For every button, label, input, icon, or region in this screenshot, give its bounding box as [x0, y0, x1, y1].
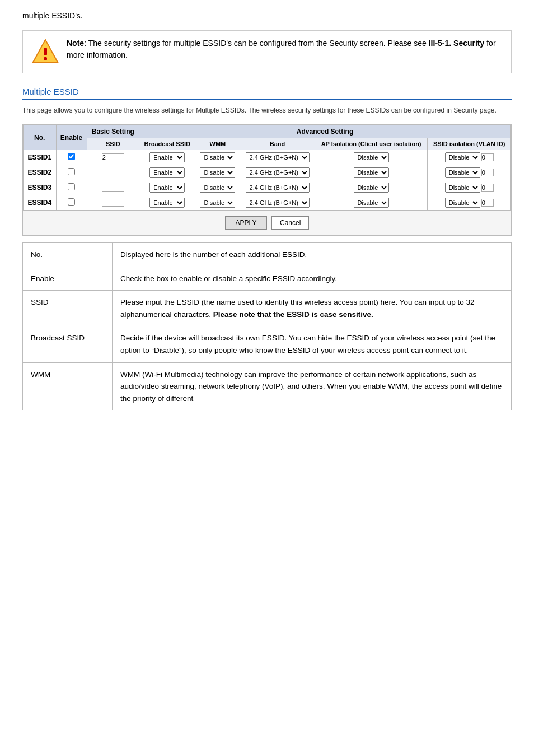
cell-enable[interactable]: [56, 195, 87, 211]
cell-ap-isolation[interactable]: EnableDisable: [315, 165, 428, 180]
ssid-isolation-select[interactable]: EnableDisable: [445, 167, 480, 178]
cell-ssid-isolation[interactable]: EnableDisable: [428, 150, 511, 165]
wmm-select[interactable]: EnableDisable: [200, 152, 235, 162]
desc-row: SSIDPlease input the ESSID (the name use…: [23, 291, 512, 326]
desc-def: Displayed here is the number of each add…: [113, 243, 512, 267]
ssid-input[interactable]: [102, 169, 124, 176]
wmm-select[interactable]: EnableDisable: [200, 167, 235, 178]
enable-checkbox[interactable]: [68, 153, 75, 160]
broadcast-select[interactable]: EnableDisable: [149, 198, 185, 208]
cell-wmm[interactable]: EnableDisable: [195, 150, 240, 165]
cell-wmm[interactable]: EnableDisable: [195, 165, 240, 180]
desc-def: Check the box to enable or disable a spe…: [113, 267, 512, 291]
cell-ssid[interactable]: [87, 180, 139, 195]
warning-icon: [32, 38, 59, 66]
cell-broadcast[interactable]: EnableDisable: [139, 195, 195, 211]
vlan-id-input[interactable]: [481, 169, 494, 176]
ap-isolation-select[interactable]: EnableDisable: [354, 167, 389, 178]
desc-row: EnableCheck the box to enable or disable…: [23, 267, 512, 291]
desc-term: Enable: [23, 267, 113, 291]
description-table: No.Displayed here is the number of each …: [22, 242, 512, 410]
col-header-no: No.: [24, 125, 57, 150]
note-label: Note: [67, 39, 84, 48]
broadcast-select[interactable]: EnableDisable: [149, 152, 185, 162]
table-row: ESSID2EnableDisableEnableDisable2.4 GHz …: [24, 165, 511, 180]
ap-isolation-select[interactable]: EnableDisable: [354, 198, 389, 208]
desc-def: WMM (Wi-Fi Multimedia) technology can im…: [113, 362, 512, 410]
cell-broadcast[interactable]: EnableDisable: [139, 150, 195, 165]
essid-table-wrapper: No. Enable Basic Setting Advanced Settin…: [22, 124, 512, 236]
cell-ssid[interactable]: [87, 150, 139, 165]
col-header-enable: Enable: [56, 125, 87, 150]
cell-ssid[interactable]: [87, 165, 139, 180]
cell-broadcast[interactable]: EnableDisable: [139, 180, 195, 195]
cell-broadcast[interactable]: EnableDisable: [139, 165, 195, 180]
note-link: III-5-1. Security: [429, 39, 485, 48]
cell-ssid[interactable]: [87, 195, 139, 211]
desc-term: SSID: [23, 291, 113, 326]
cell-ssid-isolation[interactable]: EnableDisable: [428, 195, 511, 211]
col-header-advanced: Advanced Setting: [139, 125, 511, 138]
cell-band[interactable]: 2.4 GHz (B+G+N): [240, 180, 315, 195]
band-select[interactable]: 2.4 GHz (B+G+N): [246, 152, 310, 162]
cell-wmm[interactable]: EnableDisable: [195, 195, 240, 211]
broadcast-select[interactable]: EnableDisable: [149, 167, 185, 178]
col-header-broadcast: Broadcast SSID: [139, 138, 195, 150]
desc-term: WMM: [23, 362, 113, 410]
ssid-isolation-select[interactable]: EnableDisable: [445, 198, 480, 208]
enable-checkbox[interactable]: [68, 183, 75, 190]
col-header-ssid: SSID: [87, 138, 139, 150]
cell-enable[interactable]: [56, 165, 87, 180]
apply-button[interactable]: APPLY: [225, 216, 268, 230]
cell-ap-isolation[interactable]: EnableDisable: [315, 150, 428, 165]
col-header-ssid-isolation: SSID isolation (VLAN ID): [428, 138, 511, 150]
ssid-isolation-select[interactable]: EnableDisable: [445, 183, 480, 193]
cell-no: ESSID2: [24, 165, 57, 180]
ssid-input[interactable]: [102, 184, 124, 192]
section-title-plain: Multiple: [22, 87, 54, 96]
cell-enable[interactable]: [56, 150, 87, 165]
desc-row: Broadcast SSIDDecide if the device will …: [23, 326, 512, 362]
button-row: APPLY Cancel: [23, 211, 511, 235]
col-header-ap-isolation: AP Isolation (Client user isolation): [315, 138, 428, 150]
desc-row: No.Displayed here is the number of each …: [23, 243, 512, 267]
cell-ssid-isolation[interactable]: EnableDisable: [428, 165, 511, 180]
essid-table: No. Enable Basic Setting Advanced Settin…: [23, 125, 511, 211]
wmm-select[interactable]: EnableDisable: [200, 198, 235, 208]
col-header-band: Band: [240, 138, 315, 150]
cell-ap-isolation[interactable]: EnableDisable: [315, 195, 428, 211]
enable-checkbox[interactable]: [68, 198, 75, 206]
ap-isolation-select[interactable]: EnableDisable: [354, 152, 389, 162]
cancel-button[interactable]: Cancel: [271, 216, 309, 230]
note-box: Note: The security settings for multiple…: [22, 30, 512, 73]
vlan-id-input[interactable]: [481, 184, 494, 192]
vlan-id-input[interactable]: [481, 199, 494, 207]
cell-band[interactable]: 2.4 GHz (B+G+N): [240, 150, 315, 165]
cell-band[interactable]: 2.4 GHz (B+G+N): [240, 165, 315, 180]
cell-enable[interactable]: [56, 180, 87, 195]
section-title: Multiple ESSID: [22, 87, 512, 100]
cell-no: ESSID3: [24, 180, 57, 195]
band-select[interactable]: 2.4 GHz (B+G+N): [246, 198, 310, 208]
section-description: This page allows you to configure the wi…: [22, 105, 512, 115]
vlan-id-input[interactable]: [481, 153, 494, 161]
ssid-isolation-select[interactable]: EnableDisable: [445, 152, 480, 162]
table-row: ESSID1EnableDisableEnableDisable2.4 GHz …: [24, 150, 511, 165]
cell-ssid-isolation[interactable]: EnableDisable: [428, 180, 511, 195]
band-select[interactable]: 2.4 GHz (B+G+N): [246, 167, 310, 178]
ap-isolation-select[interactable]: EnableDisable: [354, 183, 389, 193]
table-row: ESSID3EnableDisableEnableDisable2.4 GHz …: [24, 180, 511, 195]
cell-wmm[interactable]: EnableDisable: [195, 180, 240, 195]
ssid-input[interactable]: [102, 199, 124, 207]
cell-no: ESSID1: [24, 150, 57, 165]
wmm-select[interactable]: EnableDisable: [200, 183, 235, 193]
broadcast-select[interactable]: EnableDisable: [149, 183, 185, 193]
band-select[interactable]: 2.4 GHz (B+G+N): [246, 183, 310, 193]
cell-band[interactable]: 2.4 GHz (B+G+N): [240, 195, 315, 211]
cell-ap-isolation[interactable]: EnableDisable: [315, 180, 428, 195]
table-row: ESSID4EnableDisableEnableDisable2.4 GHz …: [24, 195, 511, 211]
desc-row: WMMWMM (Wi-Fi Multimedia) technology can…: [23, 362, 512, 410]
ssid-input[interactable]: [102, 153, 124, 161]
desc-term: No.: [23, 243, 113, 267]
enable-checkbox[interactable]: [68, 168, 75, 175]
